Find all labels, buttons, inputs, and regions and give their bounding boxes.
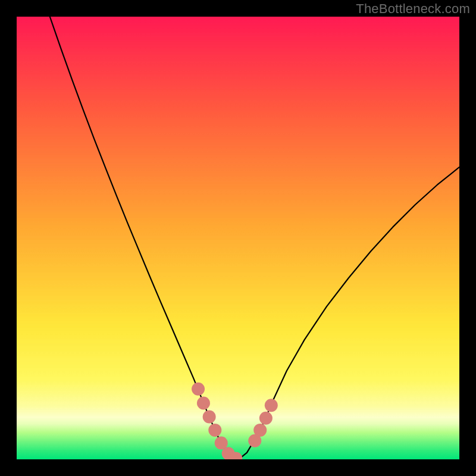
gradient-background [17,17,459,459]
marker-dot [253,424,267,437]
plot-area [17,17,459,459]
marker-dot [259,412,273,425]
marker-dot [197,397,210,410]
marker-dot [208,424,221,437]
marker-dot [192,383,205,396]
watermark-text: TheBottleneck.com [356,1,470,17]
chart-frame: TheBottleneck.com [0,0,476,476]
chart-svg [17,17,459,459]
marker-dot [203,411,216,424]
marker-dot [265,399,278,412]
